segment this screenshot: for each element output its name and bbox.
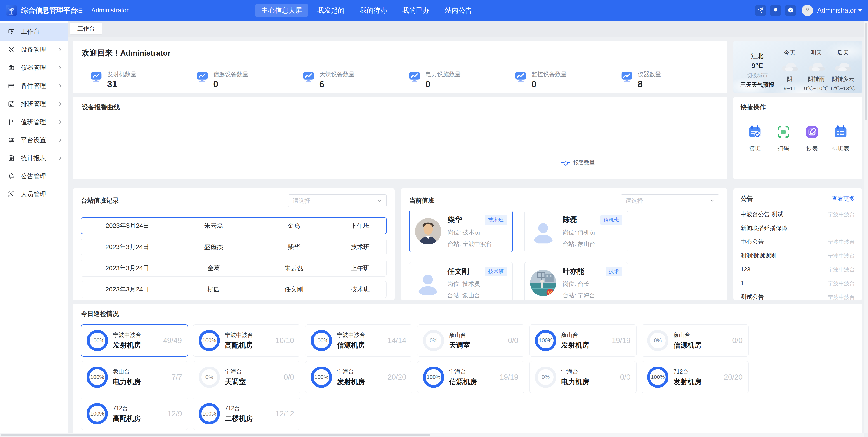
duty-people: 柴华 技术班 岗位: 技术员 台站: 宁波中波台 — [409, 211, 719, 300]
announcement-item[interactable]: 测试公告 宁波中波台 — [741, 290, 855, 300]
user-menu[interactable]: Administrator — [817, 7, 862, 14]
duty-station-select[interactable]: 请选择 — [288, 194, 386, 207]
sidebar-item[interactable]: 工作台 — [0, 23, 68, 41]
sidebar-item[interactable]: 设备管理 — [0, 41, 68, 59]
vertical-scrollbar[interactable] — [864, 21, 868, 433]
avatar[interactable] — [802, 5, 813, 16]
chevron-down-icon — [710, 198, 715, 203]
sidebar-item[interactable]: 统计报表 — [0, 149, 68, 167]
horizontal-scrollbar-thumb[interactable] — [1, 434, 430, 436]
sidebar-item[interactable]: 排班管理 — [0, 95, 68, 113]
table-row[interactable]: 2023年3月24日 朱云磊 金葛 下午班 — [81, 217, 386, 234]
quick-action[interactable]: 扫码 — [769, 125, 798, 153]
notifications-button[interactable] — [770, 5, 781, 16]
person-card[interactable]: 陈磊 值机班 岗位: 值机员 台站: 象山台 — [524, 211, 628, 252]
stat-monitor-icon — [408, 70, 421, 83]
inspection-item[interactable]: 100% 宁波中波台 发射机房 49/49 — [81, 324, 188, 356]
inspection-item[interactable]: 100% 712台 发射机房 20/20 — [642, 361, 749, 393]
tab-workbench[interactable]: 工作台 — [70, 23, 102, 34]
announcement-item[interactable]: 中波台公告 测试 宁波中波台 — [741, 208, 855, 221]
current-duty-select[interactable]: 请选择 — [621, 194, 719, 207]
menu-fold-icon[interactable] — [75, 6, 83, 14]
person-card[interactable]: 叶亦能 技术 岗位: 台长 台站: 宁海台 — [524, 262, 628, 300]
cell-takeover: 任文刚 — [254, 285, 334, 294]
inspection-item[interactable]: 100% 宁海台 信源机房 19/19 — [417, 361, 524, 393]
shift-badge: 技术 — [606, 267, 622, 276]
horizontal-scrollbar[interactable] — [0, 433, 864, 437]
top-navbar: 综合信息管理平台 Administrator 中心信息大屏 我发起的 我的待办 … — [0, 0, 868, 21]
stat-monitor-icon — [196, 70, 209, 83]
inspection-item[interactable]: 100% 712台 高配机房 12/9 — [81, 398, 188, 430]
welcome-title: 欢迎回来！Administrator — [82, 48, 718, 58]
vertical-scrollbar-thumb[interactable] — [865, 23, 867, 120]
select-placeholder: 请选择 — [625, 197, 643, 205]
legend-label: 报警数量 — [573, 159, 595, 166]
view-more-link[interactable]: 查看更多 — [831, 195, 855, 203]
inspection-count: 12/9 — [167, 409, 182, 418]
top-menu-item[interactable]: 站内公告 — [439, 4, 478, 17]
legend-line-icon — [561, 162, 570, 163]
stat-monitor-icon — [514, 70, 527, 83]
switch-city-link[interactable]: 切换城市 — [747, 72, 768, 79]
person-card[interactable]: 任文刚 技术班 岗位: 技术员 台站: 象山台 — [409, 262, 513, 300]
announcement-item[interactable]: 123 宁波中波台 — [741, 262, 855, 276]
person-name: 柴华 — [447, 215, 462, 225]
inspection-item[interactable]: 0% 象山台 天调室 0/0 — [417, 324, 524, 356]
placeholder-icon — [530, 218, 556, 245]
announcement-item[interactable]: 测测测测测测 宁波中波台 — [741, 249, 855, 262]
table-row[interactable]: 2023年3月24日 柳园 任文刚 技术班 — [81, 281, 386, 298]
quick-actions-title: 快捷操作 — [741, 103, 855, 112]
quick-actions: 接班 扫码 抄表 排班表 — [741, 125, 855, 153]
stat-value: 31 — [107, 79, 136, 89]
sidebar-item[interactable]: 人员管理 — [0, 185, 68, 204]
sidebar-item[interactable]: 平台设置 — [0, 131, 68, 149]
quick-action[interactable]: 抄表 — [798, 125, 827, 153]
sidebar-item[interactable]: 仪器管理 — [0, 59, 68, 77]
table-row[interactable]: 2023年3月24日 盛鑫杰 柴华 技术班 — [81, 239, 386, 255]
day-condition: 阴转雨 — [808, 75, 825, 83]
duty-flag-icon — [8, 118, 15, 126]
quick-action[interactable]: 接班 — [741, 125, 769, 153]
top-menu-item[interactable]: 我的待办 — [354, 4, 393, 17]
person-name: 叶亦能 — [563, 267, 584, 276]
person-card[interactable]: 柴华 技术班 岗位: 技术员 台站: 宁波中波台 — [409, 211, 513, 252]
inspection-item[interactable]: 100% 宁波中波台 高配机房 10/10 — [193, 324, 300, 356]
inspection-item[interactable]: 100% 712台 二楼机房 12/12 — [193, 398, 300, 430]
send-button[interactable] — [755, 5, 766, 16]
top-menu-item[interactable]: 中心信息大屏 — [255, 4, 308, 17]
help-button[interactable]: ? — [785, 5, 796, 16]
sidebar-item[interactable]: 备件管理 — [0, 77, 68, 95]
announcement-title: 测测测测测测 — [741, 252, 776, 260]
inspection-room: 信源机房 — [449, 377, 500, 386]
inspection-item[interactable]: 100% 象山台 发射机房 19/19 — [529, 324, 637, 356]
welcome-card: 欢迎回来！Administrator 发射机数量 31 — [73, 41, 727, 93]
sidebar-item[interactable]: 公告管理 — [0, 167, 68, 185]
svg-text:?: ? — [789, 8, 792, 12]
sidebar-item[interactable]: 值班管理 — [0, 113, 68, 131]
cloud-icon — [779, 60, 800, 72]
progress-ring: 100% — [87, 330, 108, 351]
progress-ring: 0% — [535, 367, 556, 388]
inspection-room: 发射机房 — [673, 377, 724, 386]
announcement-item[interactable]: 新闻联播延播保障 — [741, 221, 855, 235]
inspection-item[interactable]: 0% 宁海台 电力机房 0/0 — [529, 361, 637, 393]
quick-action[interactable]: 排班表 — [827, 125, 855, 153]
announcement-item[interactable]: 中心公告 宁波中波台 — [741, 235, 855, 249]
progress-ring: 100% — [87, 403, 108, 424]
cell-handover: 盛鑫杰 — [174, 243, 254, 251]
alarm-chart-card: 设备报警曲线 报警数量 — [73, 97, 727, 179]
inspection-item[interactable]: 0% 宁海台 天调室 0/0 — [193, 361, 300, 393]
shift-schedule-icon — [8, 100, 15, 107]
progress-percent: 100% — [90, 337, 104, 344]
stat-item: 监控设备数量 0 — [506, 70, 612, 89]
inspection-item[interactable]: 0% 象山台 信源机房 0/0 — [642, 324, 749, 356]
inspection-item[interactable]: 100% 象山台 电力机房 7/7 — [81, 361, 188, 393]
top-menu-item[interactable]: 我的已办 — [397, 4, 435, 17]
top-menu-item[interactable]: 我发起的 — [311, 4, 350, 17]
stat-value: 0 — [213, 79, 248, 89]
inspection-item[interactable]: 100% 宁波中波台 信源机房 14/14 — [305, 324, 412, 356]
table-row[interactable]: 2023年3月24日 金葛 朱云磊 上午班 — [81, 260, 386, 277]
announcement-item[interactable]: 1 宁波中波台 — [741, 276, 855, 290]
chart-legend[interactable]: 报警数量 — [561, 159, 595, 166]
inspection-item[interactable]: 100% 宁海台 发射机房 20/20 — [305, 361, 412, 393]
